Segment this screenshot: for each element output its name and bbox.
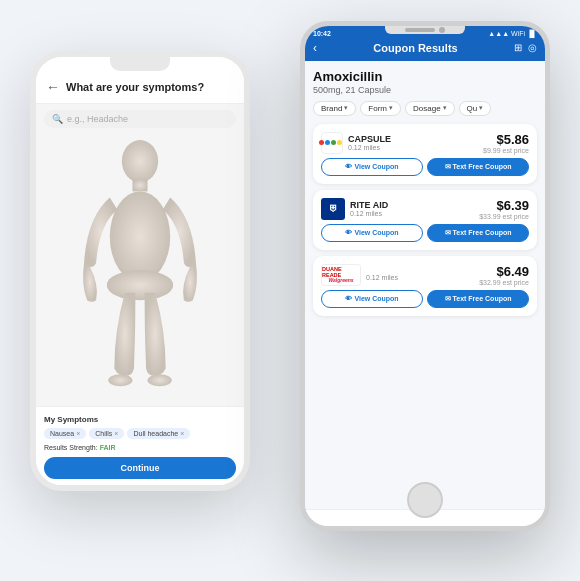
riteaid-logo: ⛨ — [321, 198, 345, 220]
symptom-search[interactable]: 🔍 e.g., Headache — [44, 110, 236, 128]
text-coupon-label: Text Free Coupon — [453, 163, 512, 170]
text-coupon-button[interactable]: ✉ Text Free Coupon — [427, 290, 529, 308]
drug-name: Amoxicillin — [313, 69, 537, 84]
remove-tag-icon[interactable]: × — [180, 430, 184, 437]
price-est: $9.99 est price — [483, 147, 529, 154]
pharmacy-distance: 0.12 miles — [366, 274, 398, 281]
pharmacy-name: CAPSULE — [348, 134, 391, 144]
pharmacy-text: CAPSULE 0.12 miles — [348, 134, 391, 151]
notch — [110, 57, 170, 71]
text-coupon-button[interactable]: ✉ Text Free Coupon — [427, 224, 529, 242]
price-est: $32.99 est price — [479, 279, 529, 286]
view-coupon-label: View Coupon — [354, 163, 398, 170]
right-phone: 10:42 ▲▲▲ WiFi ▐▌ ‹ Coupon Results ⊞ ◎ A… — [300, 21, 550, 531]
drug-details: 500mg, 21 Capsule — [313, 85, 537, 95]
filter-form[interactable]: Form ▾ — [360, 101, 401, 116]
symptoms-area: My Symptoms Nausea × Chills × Dull heada… — [36, 406, 244, 485]
search-icon: 🔍 — [52, 114, 63, 124]
card-header: DUANE READE Walgreens 0.12 miles $6.49 $… — [321, 264, 529, 286]
svg-point-3 — [107, 270, 173, 300]
back-arrow-icon[interactable]: ← — [46, 79, 60, 95]
status-icons: ▲▲▲ WiFi ▐▌ — [488, 30, 537, 37]
back-button[interactable]: ‹ — [313, 41, 317, 55]
pharmacy-info: CAPSULE 0.12 miles — [321, 132, 391, 154]
text-coupon-label: Text Free Coupon — [453, 229, 512, 236]
pharmacy-name: RITE AID — [350, 200, 388, 210]
camera-bar — [385, 26, 465, 34]
view-coupon-button[interactable]: 👁 View Coupon — [321, 224, 423, 242]
location-icon[interactable]: ◎ — [528, 42, 537, 53]
nav-action-icons: ⊞ ◎ — [514, 42, 537, 53]
message-icon: ✉ — [445, 229, 451, 237]
home-button[interactable] — [407, 482, 443, 518]
pharmacy-info: DUANE READE Walgreens 0.12 miles — [321, 264, 398, 286]
price-main: $6.39 — [479, 198, 529, 213]
filter-form-label: Form — [368, 104, 387, 113]
left-phone: ← What are your symptoms? 🔍 e.g., Headac… — [30, 51, 250, 491]
card-buttons: 👁 View Coupon ✉ Text Free Coupon — [321, 158, 529, 176]
duane-logo: DUANE READE Walgreens — [321, 264, 361, 286]
symptoms-label: My Symptoms — [44, 415, 236, 424]
filter-brand-label: Brand — [321, 104, 342, 113]
tag-label: Nausea — [50, 430, 74, 437]
symptom-tag-headache[interactable]: Dull headache × — [127, 428, 190, 439]
duane-name: DUANE READE — [322, 266, 360, 278]
chevron-down-icon: ▾ — [344, 104, 348, 112]
riteaid-shield-icon: ⛨ — [329, 204, 338, 213]
pharmacy-text: 0.12 miles — [366, 268, 398, 281]
tag-label: Dull headache — [133, 430, 178, 437]
message-icon: ✉ — [445, 163, 451, 171]
battery-icon: ▐▌ — [527, 30, 537, 37]
right-screen-content: Amoxicillin 500mg, 21 Capsule Brand ▾ Fo… — [305, 61, 545, 509]
signal-icon: ▲▲▲ — [488, 30, 509, 37]
continue-button[interactable]: Continue — [44, 457, 236, 479]
svg-point-4 — [108, 374, 132, 386]
text-coupon-label: Text Free Coupon — [453, 295, 512, 302]
coupon-card-riteaid: ⛨ RITE AID 0.12 miles $6.39 $33.99 est p… — [313, 190, 537, 250]
capsule-dots — [319, 140, 342, 145]
chevron-down-icon: ▾ — [443, 104, 447, 112]
symptom-tags: Nausea × Chills × Dull headache × — [44, 428, 236, 439]
remove-tag-icon[interactable]: × — [76, 430, 80, 437]
filter-row: Brand ▾ Form ▾ Dosage ▾ Qu ▾ — [313, 101, 537, 116]
price-info: $6.39 $33.99 est price — [479, 198, 529, 220]
filter-dosage[interactable]: Dosage ▾ — [405, 101, 455, 116]
pharmacy-info: ⛨ RITE AID 0.12 miles — [321, 198, 388, 220]
search-placeholder: e.g., Headache — [67, 114, 128, 124]
eye-icon: 👁 — [345, 229, 352, 236]
results-label: Results Strength: — [44, 444, 98, 451]
body-figure-area — [36, 134, 244, 406]
phone-bottom-bar — [305, 509, 545, 531]
card-buttons: 👁 View Coupon ✉ Text Free Coupon — [321, 224, 529, 242]
speaker — [405, 28, 435, 32]
view-coupon-label: View Coupon — [354, 295, 398, 302]
pharmacy-distance: 0.12 miles — [348, 144, 391, 151]
status-time: 10:42 — [313, 30, 331, 37]
filter-dosage-label: Dosage — [413, 104, 441, 113]
chevron-down-icon: ▾ — [479, 104, 483, 112]
price-est: $33.99 est price — [479, 213, 529, 220]
remove-tag-icon[interactable]: × — [114, 430, 118, 437]
symptom-tag-nausea[interactable]: Nausea × — [44, 428, 86, 439]
nav-bar: ‹ Coupon Results ⊞ ◎ — [305, 37, 545, 61]
price-info: $5.86 $9.99 est price — [483, 132, 529, 154]
view-coupon-label: View Coupon — [354, 229, 398, 236]
filter-brand[interactable]: Brand ▾ — [313, 101, 356, 116]
coupon-card-capsule: CAPSULE 0.12 miles $5.86 $9.99 est price… — [313, 124, 537, 184]
tag-label: Chills — [95, 430, 112, 437]
filter-quantity[interactable]: Qu ▾ — [459, 101, 492, 116]
card-buttons: 👁 View Coupon ✉ Text Free Coupon — [321, 290, 529, 308]
left-screen: ← What are your symptoms? 🔍 e.g., Headac… — [36, 57, 244, 485]
svg-point-0 — [122, 140, 158, 182]
chevron-down-icon: ▾ — [389, 104, 393, 112]
text-coupon-button[interactable]: ✉ Text Free Coupon — [427, 158, 529, 176]
capsule-logo — [321, 132, 343, 154]
svg-point-5 — [148, 374, 172, 386]
symptom-tag-chills[interactable]: Chills × — [89, 428, 124, 439]
filter-icon[interactable]: ⊞ — [514, 42, 522, 53]
price-main: $6.49 — [479, 264, 529, 279]
walgreens-label: Walgreens — [328, 278, 353, 284]
view-coupon-button[interactable]: 👁 View Coupon — [321, 158, 423, 176]
nav-title: Coupon Results — [373, 42, 457, 54]
view-coupon-button[interactable]: 👁 View Coupon — [321, 290, 423, 308]
